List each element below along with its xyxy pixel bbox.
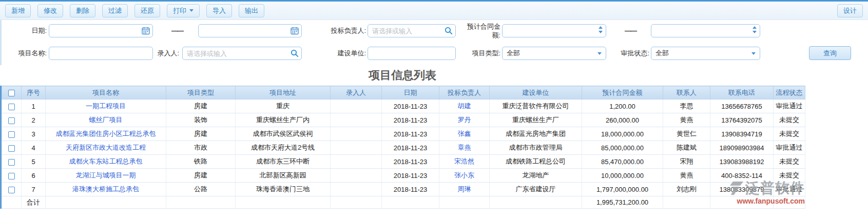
chevron-down-icon	[189, 9, 194, 12]
entry-person-cell	[331, 141, 382, 155]
toolbar-button[interactable]: 输出	[239, 4, 264, 17]
row-checkbox[interactable]	[8, 104, 15, 110]
column-header[interactable]: 联系人	[663, 86, 710, 99]
column-header[interactable]: 日期	[382, 86, 439, 99]
project-name-link[interactable]: 天府新区市政大道改造工程	[46, 141, 166, 155]
row-checkbox-cell[interactable]	[2, 183, 22, 196]
row-checkbox[interactable]	[8, 187, 15, 193]
amount-cell: 1,200.00	[582, 99, 663, 113]
project-name-link[interactable]: 成都火车东站工程总承包	[46, 155, 166, 169]
row-checkbox-cell[interactable]	[2, 155, 22, 169]
bid-owner-link[interactable]: 张小东	[439, 169, 490, 183]
table-row[interactable]: 3成都蓝光集团住房小区工程总承包房建成都市武侯区武侯祠2018-11-23张鑫成…	[2, 127, 805, 141]
build-unit-cell: 成都蓝光房地产集团	[490, 127, 582, 141]
column-header[interactable]: 项目类型	[166, 86, 236, 99]
column-header[interactable]: 投标负责人	[439, 86, 490, 99]
column-header[interactable]: 预计合同金额	[582, 86, 663, 99]
row-checkbox[interactable]	[8, 173, 15, 179]
project-name-input[interactable]	[49, 47, 153, 60]
seq-cell: 6	[22, 169, 46, 183]
column-header[interactable]: 项目地址	[236, 86, 331, 99]
seq-cell: 7	[22, 183, 46, 196]
row-checkbox-cell[interactable]	[2, 113, 22, 127]
calendar-icon[interactable]	[291, 27, 299, 35]
amount-from-input[interactable]	[502, 24, 606, 37]
design-button[interactable]: 设计	[837, 4, 863, 17]
bid-owner-link[interactable]: 宋浩然	[439, 155, 490, 169]
toolbar-button[interactable]: 新增	[5, 4, 31, 17]
toolbar-button[interactable]: 删除	[70, 4, 95, 17]
number-spinner-icon[interactable]	[753, 26, 757, 33]
bid-owner-link[interactable]: 周琳	[439, 183, 490, 196]
date-from-input[interactable]	[49, 24, 153, 37]
build-unit-input[interactable]	[368, 47, 456, 60]
row-checkbox[interactable]	[8, 159, 15, 166]
toolbar-button[interactable]: 修改	[37, 4, 63, 17]
status-cell: 未提交	[774, 113, 805, 127]
select-all-header-cell[interactable]	[2, 86, 22, 99]
number-spinner-icon[interactable]	[599, 26, 603, 33]
project-type-select[interactable]: 全部	[502, 47, 606, 60]
row-checkbox-cell[interactable]	[2, 141, 22, 155]
filter-panel: 日期: —— 投标负责人: 预计合同金额: —— 项目名称: 录入	[0, 20, 868, 65]
total-empty-cell	[382, 196, 439, 209]
column-header[interactable]: 序号	[22, 86, 46, 99]
project-name-link[interactable]: 龙湖江与城项目一期	[46, 169, 166, 183]
chevron-down-icon	[597, 52, 602, 55]
approval-status-select[interactable]: 全部	[651, 47, 760, 60]
project-name-link[interactable]: 螺丝厂项目	[46, 113, 166, 127]
project-address-cell: 重庆	[236, 99, 331, 113]
row-checkbox-cell[interactable]	[2, 127, 22, 141]
table-row[interactable]: 4天府新区市政大道改造工程市政成都市天府大道2号线2018-11-23章燕成都市…	[2, 141, 805, 155]
entry-person-input[interactable]	[182, 47, 302, 60]
phone-cell: 139083988192	[710, 155, 774, 169]
date-cell: 2018-11-23	[382, 155, 439, 169]
bid-owner-field	[368, 24, 456, 37]
table-header-row: 序号项目名称项目类型项目地址录入人日期投标负责人建设单位预计合同金额联系人联系电…	[2, 86, 805, 99]
row-checkbox-cell[interactable]	[2, 169, 22, 183]
date-cell: 2018-11-23	[382, 183, 439, 196]
phone-cell: 13656678765	[710, 99, 774, 113]
column-header[interactable]: 项目名称	[46, 86, 166, 99]
column-header[interactable]: 联系电话	[710, 86, 774, 99]
query-button[interactable]: 查询	[809, 46, 851, 60]
bid-owner-link[interactable]: 章燕	[439, 141, 490, 155]
bid-owner-link[interactable]: 胡建	[439, 99, 490, 113]
seq-cell: 4	[22, 141, 46, 155]
select-all-checkbox[interactable]	[8, 90, 15, 96]
bid-owner-input[interactable]	[368, 24, 456, 37]
entry-person-cell	[331, 113, 382, 127]
row-checkbox-cell[interactable]	[2, 99, 22, 113]
project-name-link[interactable]: 成都蓝光集团住房小区工程总承包	[46, 127, 166, 141]
project-name-link[interactable]: 一期工程项目	[46, 99, 166, 113]
search-icon[interactable]	[445, 27, 453, 35]
total-empty-cell	[2, 196, 22, 209]
amount-from-field	[502, 24, 606, 37]
table-row[interactable]: 1一期工程项目房建重庆2018-11-23胡建重庆泛普软件有限公司1,200.0…	[2, 99, 805, 113]
bid-owner-link[interactable]: 罗丹	[439, 113, 490, 127]
calendar-icon[interactable]	[142, 27, 150, 35]
row-checkbox[interactable]	[8, 117, 15, 124]
column-header[interactable]: 建设单位	[490, 86, 582, 99]
date-to-input[interactable]	[198, 24, 302, 37]
column-header[interactable]: 录入人	[331, 86, 382, 99]
toolbar-button[interactable]: 还原	[134, 4, 160, 17]
amount-to-input[interactable]	[651, 24, 760, 37]
toolbar-button[interactable]: 打印	[167, 4, 200, 17]
table-row[interactable]: 2螺丝厂项目装饰重庆螺丝生产厂内2018-11-23罗丹重庆螺丝生产厂260,0…	[2, 113, 805, 127]
project-address-cell: 成都市武侯区武侯祠	[236, 127, 331, 141]
toolbar-button[interactable]: 过滤	[102, 4, 128, 17]
toolbar: 新增修改删除过滤还原打印导入输出 设计	[0, 2, 868, 20]
project-address-cell: 北部新区高新园	[236, 169, 331, 183]
table-row[interactable]: 5成都火车东站工程总承包铁路成都市东三环中断2018-11-23宋浩然成都铁路工…	[2, 155, 805, 169]
toolbar-button[interactable]: 导入	[206, 4, 232, 17]
search-icon[interactable]	[291, 49, 299, 57]
table-row[interactable]: 6龙湖江与城项目一期房建北部新区高新园2018-11-23张小东龙湖地产10,0…	[2, 169, 805, 183]
bid-owner-link[interactable]: 张鑫	[439, 127, 490, 141]
row-checkbox[interactable]	[8, 145, 15, 152]
table-row[interactable]: 7港珠澳大桥施工总承包公路珠海香港澳门三地2018-11-23周琳广东省建设厅1…	[2, 183, 805, 196]
row-checkbox[interactable]	[8, 131, 15, 138]
column-header[interactable]: 流程状态	[774, 86, 805, 99]
project-name-link[interactable]: 港珠澳大桥施工总承包	[46, 183, 166, 196]
amount-cell: 10,000,000.00	[582, 169, 663, 183]
